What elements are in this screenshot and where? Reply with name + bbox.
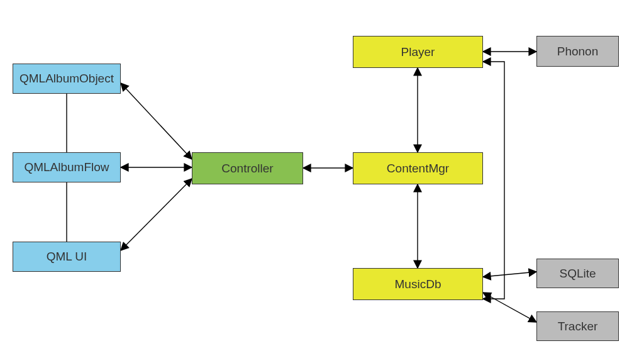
svg-line-2 (121, 179, 192, 250)
svg-line-8 (483, 293, 536, 322)
node-tracker: Tracker (536, 311, 619, 341)
svg-line-7 (483, 272, 536, 277)
node-sqlite: SQLite (536, 259, 619, 288)
node-phonon: Phonon (536, 36, 619, 67)
node-controller: Controller (192, 152, 303, 184)
node-contentMgr: ContentMgr (353, 152, 483, 184)
node-player: Player (353, 36, 483, 68)
svg-line-0 (121, 83, 192, 159)
node-qmlAlbumFlow: QMLAlbumFlow (13, 152, 121, 182)
node-musicDb: MusicDb (353, 268, 483, 300)
node-qmlUI: QML UI (13, 242, 121, 272)
node-qmlAlbumObject: QMLAlbumObject (13, 64, 121, 94)
